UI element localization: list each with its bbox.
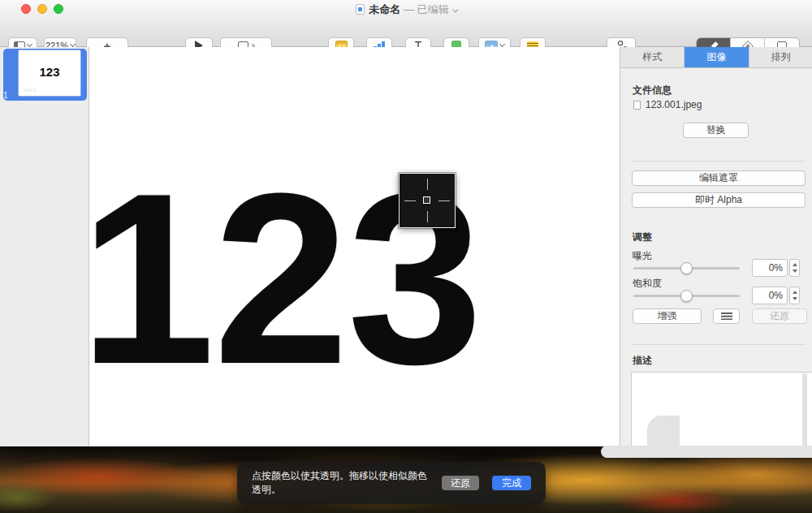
title-bar: 未命名— 已编辑: [0, 0, 812, 17]
exposure-slider[interactable]: [633, 267, 740, 269]
image-filename: 123.001.jpeg: [646, 99, 702, 110]
jpeg-file-icon: [633, 101, 641, 110]
chevron-down-icon: [70, 41, 76, 47]
slide-navigator: 123 ooo 1: [0, 47, 89, 446]
saturation-label: 饱和度: [633, 277, 662, 291]
window-title: 未命名: [369, 3, 400, 15]
thumbnail-slide-text: 123: [19, 65, 80, 79]
exposure-label: 曝光: [633, 249, 652, 263]
crosshair-tick-bottom: [427, 211, 428, 222]
crosshair-tick-left: [404, 200, 416, 201]
exposure-slider-thumb[interactable]: [680, 262, 693, 274]
tab-style[interactable]: 样式: [620, 47, 685, 67]
window-edited-status: — 已编辑: [404, 3, 449, 15]
alpha-reset-button[interactable]: 还原: [442, 476, 479, 490]
exposure-value-field[interactable]: 0%: [752, 259, 788, 277]
keynote-window: 未命名— 已编辑 显示 221% 缩放 + 添加幻灯片 播放 )): [0, 0, 812, 446]
instant-alpha-picker[interactable]: [399, 173, 456, 228]
saturation-slider-thumb[interactable]: [680, 290, 693, 302]
slide-number: 1: [3, 91, 8, 100]
adjust-heading: 调整: [633, 231, 652, 244]
crosshair-center-square: [423, 196, 430, 204]
instant-alpha-hud: 点按颜色以使其透明。拖移以使相似颜色透明。 还原 完成: [237, 462, 546, 504]
crosshair-tick-right: [438, 200, 450, 201]
thumbnail-marks: ooo: [24, 86, 37, 93]
levels-icon: [721, 313, 732, 320]
separator: [632, 344, 806, 345]
toolbar: 显示 221% 缩放 + 添加幻灯片 播放 )) Keynote 直播 表格: [0, 17, 812, 47]
enhance-button[interactable]: 增强: [633, 308, 702, 324]
exposure-stepper[interactable]: [789, 259, 800, 277]
slide-thumbnail[interactable]: 123 ooo: [19, 50, 80, 96]
saturation-value-field[interactable]: 0%: [752, 287, 788, 304]
format-inspector: 样式 图像 排列 文件信息 123.001.jpeg 替换 编辑遮罩 即时 Al…: [620, 47, 812, 446]
instant-alpha-button[interactable]: 即时 Alpha: [632, 192, 806, 208]
window-bottom-strip: [601, 446, 812, 458]
screen: 未命名— 已编辑 显示 221% 缩放 + 添加幻灯片 播放 )): [0, 0, 812, 513]
description-scrollbar[interactable]: [802, 373, 807, 446]
keynote-doc-icon: [356, 4, 365, 15]
alpha-hud-message: 点按颜色以使其透明。拖移以使相似颜色透明。: [252, 469, 435, 497]
adjust-levels-button[interactable]: [713, 308, 740, 324]
separator: [632, 161, 806, 162]
inspector-tab-bar: 样式 图像 排列: [620, 47, 812, 68]
tab-image[interactable]: 图像: [685, 47, 749, 67]
saturation-slider[interactable]: [633, 295, 740, 297]
chevron-down-icon: [499, 41, 505, 47]
saturation-stepper[interactable]: [789, 287, 800, 304]
tab-arrange[interactable]: 排列: [749, 47, 812, 67]
file-info-heading: 文件信息: [633, 84, 672, 97]
title-chevron-down-icon[interactable]: [452, 7, 458, 13]
slide-canvas[interactable]: 123: [89, 47, 620, 446]
alpha-done-button[interactable]: 完成: [492, 476, 531, 490]
window-title-group: 未命名— 已编辑: [0, 2, 812, 15]
chevron-down-icon: [27, 41, 32, 47]
window-corner-fragment: [647, 416, 680, 446]
crosshair-tick-top: [427, 179, 428, 190]
replace-button[interactable]: 替换: [683, 123, 749, 138]
edit-mask-button[interactable]: 编辑遮罩: [632, 170, 806, 186]
reset-adjust-button[interactable]: 还原: [752, 308, 807, 324]
description-heading: 描述: [633, 354, 652, 368]
